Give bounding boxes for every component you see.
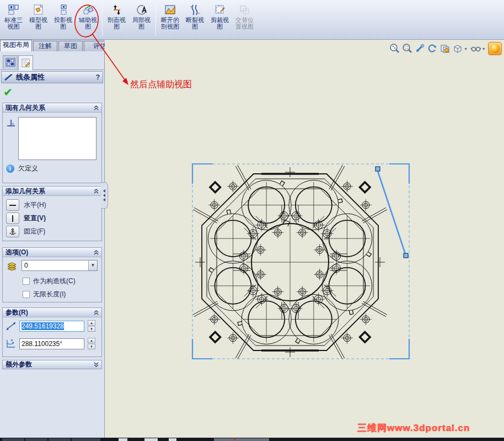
layer-combobox[interactable]: 0 ▼ bbox=[22, 260, 98, 271]
tab-sketch[interactable]: 草图 bbox=[58, 41, 83, 51]
taskbar-button[interactable] bbox=[214, 438, 269, 441]
status-row: i 欠定义 bbox=[6, 164, 38, 173]
add-relations-header[interactable]: 添加几何关系 bbox=[3, 187, 101, 196]
auxiliary-view-button[interactable]: 辅助视 图 bbox=[76, 1, 100, 38]
horizontal-icon bbox=[9, 203, 17, 208]
taskbar-icon[interactable] bbox=[144, 438, 158, 441]
drawing-sheet[interactable] bbox=[105, 40, 504, 438]
featuremanager-tab[interactable] bbox=[3, 55, 18, 69]
broken-out-section-icon bbox=[164, 3, 177, 17]
toolbar-separator bbox=[156, 3, 156, 36]
angle-input[interactable]: 288.1100235° bbox=[19, 338, 84, 349]
propertymanager-panel: 线条属性 ? ✔ 现有几何关系 i 欠定义 添加几何关系 水平(H) 竖直(V) bbox=[0, 51, 105, 438]
display-style-icon[interactable] bbox=[470, 42, 481, 55]
expand-chevron-icon bbox=[94, 362, 99, 367]
graphics-area[interactable]: ▾ ▾ 三维网www.3dportal.cn bbox=[105, 40, 504, 438]
panel-splitter-handle[interactable] bbox=[101, 182, 108, 209]
length-parameter-row: 249.51619328 ▲ ▼ bbox=[6, 320, 95, 332]
annotation-text: 然后点辅助视图 bbox=[130, 79, 192, 91]
rotate-view-icon[interactable] bbox=[426, 42, 438, 55]
spin-down-button[interactable]: ▼ bbox=[88, 344, 95, 349]
tab-view-layout[interactable]: 视图布局 bbox=[0, 40, 32, 51]
broken-out-section-button[interactable]: 断开的 剖视图 bbox=[158, 1, 183, 38]
combo-dropdown-button[interactable]: ▼ bbox=[88, 261, 97, 270]
spin-up-button[interactable]: ▲ bbox=[88, 338, 95, 343]
add-relations-group: 添加几何关系 水平(H) 竖直(V) 固定(F) bbox=[2, 186, 102, 241]
taskbar-button[interactable] bbox=[2, 438, 24, 441]
propertymanager-header: 线条属性 ? bbox=[1, 71, 103, 83]
crop-view-button[interactable]: 剪裁视 图 bbox=[207, 1, 232, 38]
extra-parameters-header[interactable]: 额外参数 bbox=[2, 360, 102, 369]
zoom-to-fit-icon[interactable] bbox=[388, 42, 400, 55]
vertical-relation-row[interactable]: 竖直(V) bbox=[6, 212, 46, 224]
length-icon bbox=[6, 322, 16, 331]
taskbar-icon[interactable] bbox=[169, 438, 176, 441]
break-view-button[interactable]: 断裂视 图 bbox=[183, 1, 207, 38]
infinite-length-checkbox[interactable] bbox=[23, 291, 30, 298]
construction-line-checkbox-row[interactable]: 作为构造线(C) bbox=[23, 277, 76, 286]
length-input[interactable]: 249.51619328 bbox=[19, 321, 84, 332]
zoom-to-area-icon[interactable] bbox=[401, 42, 412, 55]
standard-3-views-button[interactable]: 标准三 视图 bbox=[1, 1, 26, 38]
help-button[interactable]: ? bbox=[96, 73, 100, 81]
headsup-view-toolbar: ▾ ▾ bbox=[388, 41, 502, 56]
section-view-button[interactable]: 剖面视 图 bbox=[104, 1, 129, 38]
propertymanager-tab[interactable] bbox=[18, 55, 33, 70]
sketch-endpoint-handle[interactable] bbox=[404, 253, 408, 258]
existing-relations-header[interactable]: 现有几何关系 bbox=[3, 103, 101, 113]
ok-check-button[interactable]: ✔ bbox=[3, 86, 13, 99]
detail-view-icon bbox=[135, 3, 148, 17]
angle-icon bbox=[6, 339, 16, 348]
previous-view-icon[interactable] bbox=[414, 42, 425, 55]
button-label: 视图 bbox=[8, 23, 20, 30]
existing-relations-group: 现有几何关系 i 欠定义 bbox=[2, 103, 102, 183]
taskbar-icon[interactable] bbox=[119, 438, 127, 441]
collapse-chevron-icon bbox=[94, 310, 99, 315]
length-value: 249.51619328 bbox=[22, 322, 64, 330]
alternate-position-view-button[interactable]: 交替位 置视图 bbox=[232, 1, 257, 38]
appearance-button[interactable] bbox=[488, 42, 502, 55]
taskbar-button[interactable] bbox=[72, 438, 100, 441]
construction-line-checkbox[interactable] bbox=[23, 278, 30, 285]
section-view-icon bbox=[110, 3, 124, 17]
vertical-relation-button[interactable] bbox=[6, 212, 19, 224]
tab-annotation[interactable]: 注解 bbox=[33, 41, 57, 51]
info-icon: i bbox=[6, 164, 14, 173]
fix-relation-button[interactable] bbox=[6, 226, 19, 237]
projected-view-button[interactable]: 投影视 图 bbox=[51, 1, 76, 38]
taskbar-sliver bbox=[0, 438, 504, 441]
spin-up-button[interactable]: ▲ bbox=[88, 320, 95, 326]
view-orientation-icon[interactable] bbox=[452, 42, 463, 55]
anchor-icon bbox=[8, 228, 17, 236]
crop-view-icon bbox=[213, 3, 227, 17]
view-orientation-dropdown[interactable]: ▾ bbox=[465, 42, 469, 55]
parameters-header[interactable]: 参数(R) bbox=[3, 308, 101, 317]
view-layout-toolbar: 标准三 视图 模型视 图 投影视 图 辅助视 图 剖面视 图 局部视 图 bbox=[0, 0, 504, 40]
layer-value: 0 bbox=[22, 262, 88, 269]
taskbar-button[interactable] bbox=[25, 438, 47, 441]
model-view-button[interactable]: 模型视 图 bbox=[26, 1, 51, 38]
vertical-icon bbox=[9, 215, 17, 222]
spin-down-button[interactable]: ▼ bbox=[88, 326, 95, 332]
relations-listbox[interactable] bbox=[18, 117, 96, 160]
display-style-dropdown[interactable]: ▾ bbox=[482, 42, 487, 55]
toolbar-separator bbox=[102, 3, 103, 36]
perpendicular-relation-icon bbox=[6, 119, 16, 127]
horizontal-relation-row[interactable]: 水平(H) bbox=[6, 199, 46, 211]
model-view-icon bbox=[32, 3, 45, 17]
options-header[interactable]: 选项(O) bbox=[3, 248, 101, 257]
horizontal-relation-button[interactable] bbox=[6, 199, 19, 211]
standard-3-views-icon bbox=[7, 3, 20, 17]
panel-title: 线条属性 bbox=[16, 72, 93, 82]
collapse-chevron-icon bbox=[94, 105, 99, 110]
panel-divider bbox=[0, 70, 104, 70]
watermark: 三维网www.3dportal.cn bbox=[357, 422, 470, 434]
taskbar-button[interactable] bbox=[49, 438, 71, 441]
infinite-length-checkbox-row[interactable]: 无限长度(I) bbox=[23, 290, 66, 299]
featuremanager-icon bbox=[6, 58, 15, 67]
detail-view-button[interactable]: 局部视 图 bbox=[129, 1, 154, 38]
sketch-endpoint-handle[interactable] bbox=[376, 167, 380, 171]
3d-drawing-view-icon[interactable] bbox=[439, 42, 451, 55]
fix-relation-row[interactable]: 固定(F) bbox=[6, 226, 45, 237]
projected-view-icon bbox=[57, 3, 70, 17]
